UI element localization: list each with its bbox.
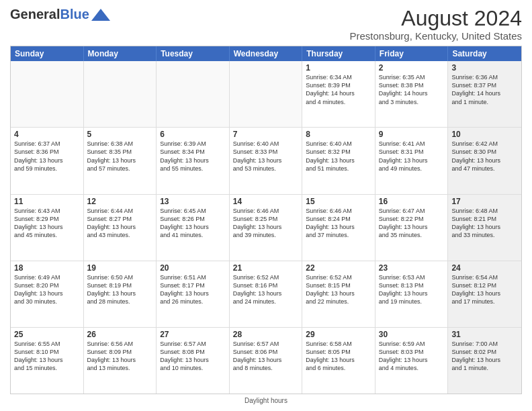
calendar-cell: 24Sunrise: 6:54 AM Sunset: 8:12 PM Dayli… <box>448 261 521 327</box>
calendar-cell <box>230 61 303 127</box>
day-number: 23 <box>379 263 445 273</box>
calendar-cell: 17Sunrise: 6:48 AM Sunset: 8:21 PM Dayli… <box>448 195 521 261</box>
calendar-row: 11Sunrise: 6:43 AM Sunset: 8:29 PM Dayli… <box>11 195 521 261</box>
cell-info: Sunrise: 6:43 AM Sunset: 8:29 PM Dayligh… <box>14 207 80 240</box>
day-number: 6 <box>160 130 226 139</box>
calendar-cell: 25Sunrise: 6:55 AM Sunset: 8:10 PM Dayli… <box>11 328 84 394</box>
calendar-cell: 23Sunrise: 6:53 AM Sunset: 8:13 PM Dayli… <box>375 261 449 327</box>
logo-text: GeneralBlue <box>10 7 89 21</box>
calendar-cell: 16Sunrise: 6:47 AM Sunset: 8:22 PM Dayli… <box>375 195 449 261</box>
day-number: 22 <box>306 263 371 273</box>
calendar-cell: 20Sunrise: 6:51 AM Sunset: 8:17 PM Dayli… <box>157 261 230 327</box>
calendar-cell: 31Sunrise: 7:00 AM Sunset: 8:02 PM Dayli… <box>448 328 521 394</box>
title-block: August 2024 Prestonsburg, Kentucky, Unit… <box>349 7 522 42</box>
cell-info: Sunrise: 6:38 AM Sunset: 8:35 PM Dayligh… <box>87 140 153 173</box>
calendar-cell: 12Sunrise: 6:44 AM Sunset: 8:27 PM Dayli… <box>84 195 157 261</box>
cell-info: Sunrise: 6:50 AM Sunset: 8:19 PM Dayligh… <box>87 273 153 306</box>
cell-info: Sunrise: 6:45 AM Sunset: 8:26 PM Dayligh… <box>160 207 226 240</box>
cell-info: Sunrise: 6:42 AM Sunset: 8:30 PM Dayligh… <box>451 140 518 173</box>
day-number: 10 <box>451 130 518 139</box>
calendar-cell: 4Sunrise: 6:37 AM Sunset: 8:36 PM Daylig… <box>11 128 84 193</box>
day-number: 27 <box>160 330 226 339</box>
header: GeneralBlue August 2024 Prestonsburg, Ke… <box>10 7 522 42</box>
cell-info: Sunrise: 6:35 AM Sunset: 8:38 PM Dayligh… <box>379 73 445 106</box>
cell-info: Sunrise: 6:46 AM Sunset: 8:24 PM Dayligh… <box>306 207 371 240</box>
calendar-cell: 1Sunrise: 6:34 AM Sunset: 8:39 PM Daylig… <box>302 61 375 127</box>
cell-info: Sunrise: 6:57 AM Sunset: 8:08 PM Dayligh… <box>160 340 226 373</box>
calendar-cell: 29Sunrise: 6:58 AM Sunset: 8:05 PM Dayli… <box>302 328 375 394</box>
calendar-cell: 10Sunrise: 6:42 AM Sunset: 8:30 PM Dayli… <box>448 128 521 193</box>
cal-header-day: Friday <box>375 46 449 61</box>
cal-header-day: Saturday <box>448 46 521 61</box>
calendar-cell: 18Sunrise: 6:49 AM Sunset: 8:20 PM Dayli… <box>11 261 84 327</box>
page: GeneralBlue August 2024 Prestonsburg, Ke… <box>0 0 532 411</box>
calendar-cell: 6Sunrise: 6:39 AM Sunset: 8:34 PM Daylig… <box>157 128 230 193</box>
svg-marker-0 <box>91 9 110 21</box>
day-number: 31 <box>451 330 518 339</box>
day-number: 24 <box>451 263 518 273</box>
day-number: 16 <box>379 197 445 206</box>
day-number: 19 <box>87 263 153 273</box>
cell-info: Sunrise: 6:54 AM Sunset: 8:12 PM Dayligh… <box>451 273 518 306</box>
calendar-row: 1Sunrise: 6:34 AM Sunset: 8:39 PM Daylig… <box>11 61 521 128</box>
cell-info: Sunrise: 6:56 AM Sunset: 8:09 PM Dayligh… <box>87 340 153 373</box>
calendar-cell <box>84 61 157 127</box>
cell-info: Sunrise: 6:58 AM Sunset: 8:05 PM Dayligh… <box>306 340 371 373</box>
cell-info: Sunrise: 6:57 AM Sunset: 8:06 PM Dayligh… <box>233 340 299 373</box>
cell-info: Sunrise: 6:44 AM Sunset: 8:27 PM Dayligh… <box>87 207 153 240</box>
day-number: 12 <box>87 197 153 206</box>
day-number: 8 <box>306 130 371 139</box>
subtitle: Prestonsburg, Kentucky, United States <box>349 30 522 42</box>
day-number: 25 <box>14 330 80 339</box>
calendar-cell: 22Sunrise: 6:52 AM Sunset: 8:15 PM Dayli… <box>302 261 375 327</box>
cal-header-day: Tuesday <box>157 46 230 61</box>
day-number: 13 <box>160 197 226 206</box>
calendar-cell: 28Sunrise: 6:57 AM Sunset: 8:06 PM Dayli… <box>230 328 303 394</box>
calendar-cell <box>11 61 84 127</box>
cell-info: Sunrise: 6:52 AM Sunset: 8:15 PM Dayligh… <box>306 273 371 306</box>
cell-info: Sunrise: 6:37 AM Sunset: 8:36 PM Dayligh… <box>14 140 80 173</box>
footer-note: Daylight hours <box>10 397 522 404</box>
day-number: 9 <box>379 130 445 139</box>
day-number: 21 <box>233 263 299 273</box>
cal-header-day: Wednesday <box>230 46 303 61</box>
cell-info: Sunrise: 6:51 AM Sunset: 8:17 PM Dayligh… <box>160 273 226 306</box>
calendar-cell: 26Sunrise: 6:56 AM Sunset: 8:09 PM Dayli… <box>84 328 157 394</box>
cell-info: Sunrise: 6:36 AM Sunset: 8:37 PM Dayligh… <box>451 73 518 106</box>
cell-info: Sunrise: 6:53 AM Sunset: 8:13 PM Dayligh… <box>379 273 445 306</box>
calendar-cell <box>157 61 230 127</box>
main-title: August 2024 <box>349 7 522 30</box>
cell-info: Sunrise: 6:39 AM Sunset: 8:34 PM Dayligh… <box>160 140 226 173</box>
cell-info: Sunrise: 6:49 AM Sunset: 8:20 PM Dayligh… <box>14 273 80 306</box>
cell-info: Sunrise: 6:34 AM Sunset: 8:39 PM Dayligh… <box>306 73 371 106</box>
calendar-cell: 27Sunrise: 6:57 AM Sunset: 8:08 PM Dayli… <box>157 328 230 394</box>
calendar-row: 18Sunrise: 6:49 AM Sunset: 8:20 PM Dayli… <box>11 261 521 328</box>
cal-header-day: Monday <box>84 46 157 61</box>
cell-info: Sunrise: 6:47 AM Sunset: 8:22 PM Dayligh… <box>379 207 445 240</box>
logo-blue: Blue <box>60 7 89 21</box>
day-number: 1 <box>306 63 371 73</box>
cell-info: Sunrise: 6:41 AM Sunset: 8:31 PM Dayligh… <box>379 140 445 173</box>
calendar-cell: 30Sunrise: 6:59 AM Sunset: 8:03 PM Dayli… <box>375 328 449 394</box>
cell-info: Sunrise: 6:40 AM Sunset: 8:32 PM Dayligh… <box>306 140 371 173</box>
day-number: 5 <box>87 130 153 139</box>
day-number: 15 <box>306 197 371 206</box>
day-number: 14 <box>233 197 299 206</box>
logo-general: General <box>10 7 60 21</box>
cal-header-day: Sunday <box>11 46 84 61</box>
day-number: 18 <box>14 263 80 273</box>
calendar-cell: 7Sunrise: 6:40 AM Sunset: 8:33 PM Daylig… <box>230 128 303 193</box>
calendar-cell: 2Sunrise: 6:35 AM Sunset: 8:38 PM Daylig… <box>375 61 449 127</box>
cell-info: Sunrise: 6:52 AM Sunset: 8:16 PM Dayligh… <box>233 273 299 306</box>
day-number: 29 <box>306 330 371 339</box>
day-number: 26 <box>87 330 153 339</box>
cell-info: Sunrise: 6:40 AM Sunset: 8:33 PM Dayligh… <box>233 140 299 173</box>
calendar-row: 25Sunrise: 6:55 AM Sunset: 8:10 PM Dayli… <box>11 328 521 394</box>
calendar-row: 4Sunrise: 6:37 AM Sunset: 8:36 PM Daylig… <box>11 128 521 194</box>
logo-icon <box>91 9 110 21</box>
cell-info: Sunrise: 6:55 AM Sunset: 8:10 PM Dayligh… <box>14 340 80 373</box>
cell-info: Sunrise: 6:46 AM Sunset: 8:25 PM Dayligh… <box>233 207 299 240</box>
calendar-cell: 15Sunrise: 6:46 AM Sunset: 8:24 PM Dayli… <box>302 195 375 261</box>
cal-header-day: Thursday <box>302 46 375 61</box>
calendar-cell: 3Sunrise: 6:36 AM Sunset: 8:37 PM Daylig… <box>448 61 521 127</box>
